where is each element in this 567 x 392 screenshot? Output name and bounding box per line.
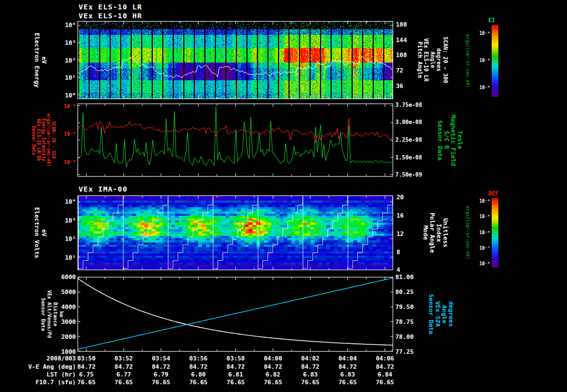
ima-right-tick: 16: [396, 212, 404, 218]
ima-right-tick: 12: [396, 230, 404, 236]
ima-right-tick: 4: [396, 266, 400, 272]
ima-y-tick: 10²: [53, 236, 76, 242]
table-value: 76.65: [110, 379, 137, 386]
table-value: 76.65: [148, 379, 174, 386]
table-value: 76.65: [260, 379, 286, 386]
cb1-tick: 10⁻⁴: [472, 32, 490, 36]
els-y-tick: 10⁴: [53, 22, 76, 28]
table-value: 76.65: [73, 379, 100, 386]
b-right-tick: 1.50e-08: [395, 155, 422, 161]
els-y-tick: 10⁰: [53, 92, 76, 98]
b-right-tick: 2.25e-08: [395, 137, 422, 143]
alt-right-tick: 81.00: [395, 274, 414, 280]
table-value: 6.75: [73, 371, 100, 378]
table-value: 84.72: [223, 363, 249, 370]
ima-colorbar: [492, 198, 498, 267]
ima-title: VEx IMA-00: [79, 185, 127, 193]
els-pitch-tick: 36: [396, 83, 403, 89]
ima-y-label: Electron VoltseV: [33, 195, 48, 270]
table-value: 84.72: [148, 363, 174, 370]
ima-y-tick: 10⁴: [53, 198, 76, 204]
cb3-tick: 10⁻⁶: [472, 231, 490, 235]
b-right-tick: 3.75e-08: [395, 102, 422, 108]
intensity-bfield-panel: [78, 104, 393, 177]
time-tick: 03:50: [73, 355, 100, 362]
altitude-sza-panel: [78, 277, 393, 352]
els-pitch-tick: 180: [396, 21, 407, 27]
cb1-units: ergs/(cm²-sr-sec-eV): [465, 25, 470, 97]
els-spectrogram-panel: [78, 21, 393, 99]
els-pitch-tick: 108: [396, 52, 407, 58]
ima-y-tick: 10³: [53, 217, 76, 223]
alt-right-tick: 78.00: [395, 334, 414, 340]
mode-polar-label: ModePolar AngleIndexUnitless: [422, 195, 449, 270]
time-tick: 04:00: [260, 355, 286, 362]
els-y-label: Electron EnergyeV: [33, 21, 48, 99]
cb1-tick: 10⁻⁸: [472, 86, 490, 90]
els-hr-title: VEx ELS-10 HR: [79, 12, 142, 20]
table-value: 76.65: [372, 379, 398, 386]
table-value: 6.77: [110, 371, 137, 378]
table-value: 6.79: [148, 371, 174, 378]
b-right-tick: 7.50e-09: [395, 172, 422, 178]
alt-right-tick: 77.25: [395, 349, 414, 355]
altitude-label: Sensor DataVEx Alt/Venus/PdDistancekm: [40, 277, 64, 352]
time-tick: 03:56: [185, 355, 212, 362]
bfield-label: Sensor DataS/C BMagnetic FieldTesla: [436, 104, 463, 177]
els-spectrogram-canvas: [78, 22, 393, 99]
els-pitch-tick: 144: [396, 37, 407, 43]
b-y-tick: 10⁻⁵: [53, 159, 76, 164]
time-tick: 04:04: [334, 355, 361, 362]
table-value: 84.72: [73, 363, 100, 370]
table-value: 84.72: [297, 363, 323, 370]
els-y-tick: 10³: [53, 39, 76, 45]
ima-colorbar-title: DEF: [488, 190, 498, 197]
table-row-label: LST (hr): [11, 371, 76, 378]
ima-spectrogram-panel: [78, 195, 393, 270]
alt-right-tick: 79.50: [395, 304, 414, 310]
time-tick: 03:54: [148, 355, 174, 362]
cb3-tick: 10⁻⁷: [472, 246, 490, 251]
b-y-tick: 10⁻⁴: [53, 132, 76, 137]
table-value: 84.72: [260, 363, 286, 370]
cb3-tick: 10⁻⁴: [472, 199, 490, 204]
table-value: 76.65: [223, 379, 249, 386]
table-value: 76.65: [185, 379, 212, 386]
els-lr-title: VEx ELS-10 LR: [79, 3, 142, 11]
table-value: 84.72: [372, 363, 398, 370]
cb1-tick: 10⁻⁶: [472, 59, 490, 63]
table-value: 6.80: [185, 371, 212, 378]
date-label: 2008/003: [28, 355, 76, 362]
table-value: 6.81: [223, 371, 249, 378]
table-value: 6.82: [260, 371, 286, 378]
table-value: 76.65: [297, 379, 323, 386]
table-value: 84.72: [110, 363, 137, 370]
ima-spectrogram-canvas: [78, 196, 393, 270]
alt-right-tick: 80.25: [395, 289, 414, 295]
els-pitch-tick: 72: [396, 68, 403, 74]
time-tick: 03:52: [110, 355, 137, 362]
bk-intensity-label: Sensor DataVEx ELS-10 LR BkEnergy Intens…: [31, 104, 56, 177]
table-value: 84.72: [185, 363, 212, 370]
table-row-label: F10.7 (sfu): [11, 379, 76, 386]
ima-right-tick: 20: [396, 194, 404, 200]
b-y-tick: 10⁻³: [53, 104, 76, 109]
pitch-angle-label: Pitch AngleVEx ELS-10 LRAngledegreesSCAN…: [416, 21, 449, 99]
table-value: 6.84: [372, 371, 398, 378]
altitude-sza-canvas: [78, 277, 393, 351]
table-value: 76.65: [334, 379, 361, 386]
cb3-units: ergs/(cm²-sr-sec-eV): [465, 198, 470, 267]
b-right-tick: 3.00e-08: [395, 120, 422, 125]
ima-right-tick: 8: [396, 249, 400, 255]
time-tick: 03:58: [223, 355, 249, 362]
vex-clweb-plot-screen: VEx ELS-10 LR VEx ELS-10 HR VEx IMA-00 E…: [0, 0, 567, 392]
table-value: 6.83: [297, 371, 323, 378]
time-tick: 04:06: [372, 355, 398, 362]
els-colorbar: [492, 25, 498, 97]
ima-y-tick: 10¹: [53, 255, 76, 261]
table-value: 6.83: [334, 371, 361, 378]
els-y-tick: 10²: [53, 57, 76, 63]
cb3-tick: 10⁻⁸: [472, 262, 490, 266]
sza-label: Sensor DataVEx SZAAngledegrees: [427, 277, 454, 352]
els-colorbar-title: EI: [488, 17, 495, 23]
